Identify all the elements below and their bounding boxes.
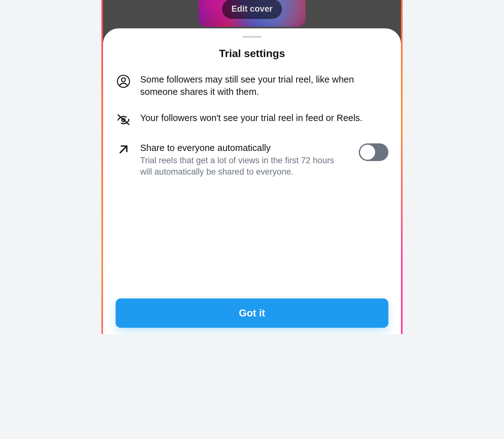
sheet-grabber[interactable] (243, 36, 261, 38)
auto-share-toggle[interactable] (359, 143, 388, 161)
eye-off-icon (116, 113, 131, 128)
arrow-up-right-icon (116, 143, 131, 159)
edit-cover-button[interactable]: Edit cover (222, 0, 282, 19)
svg-line-4 (120, 146, 127, 153)
info-row-wont-see: Your followers won't see your trial reel… (116, 112, 388, 128)
phone-frame: Edit cover Trial settings Some followers… (101, 0, 403, 334)
toggle-row-auto-share: Share to everyone automatically Trial re… (116, 142, 388, 178)
svg-point-1 (122, 78, 125, 82)
got-it-button[interactable]: Got it (116, 298, 388, 328)
info-row-followers-may-see: Some followers may still see your trial … (116, 73, 388, 98)
phone-screen: Edit cover Trial settings Some followers… (103, 0, 401, 334)
info-text: Your followers won't see your trial reel… (140, 112, 388, 124)
person-circle-icon (116, 74, 131, 90)
cover-preview: Edit cover (198, 0, 306, 27)
toggle-text: Share to everyone automatically Trial re… (140, 142, 350, 178)
toggle-knob (360, 145, 375, 160)
page-container: Edit cover Trial settings Some followers… (6, 0, 499, 334)
toggle-subtitle: Trial reels that get a lot of views in t… (140, 155, 350, 178)
toggle-title: Share to everyone automatically (140, 142, 350, 154)
trial-settings-sheet: Trial settings Some followers may still … (103, 28, 401, 334)
info-text: Some followers may still see your trial … (140, 73, 388, 98)
sheet-title: Trial settings (116, 47, 388, 60)
